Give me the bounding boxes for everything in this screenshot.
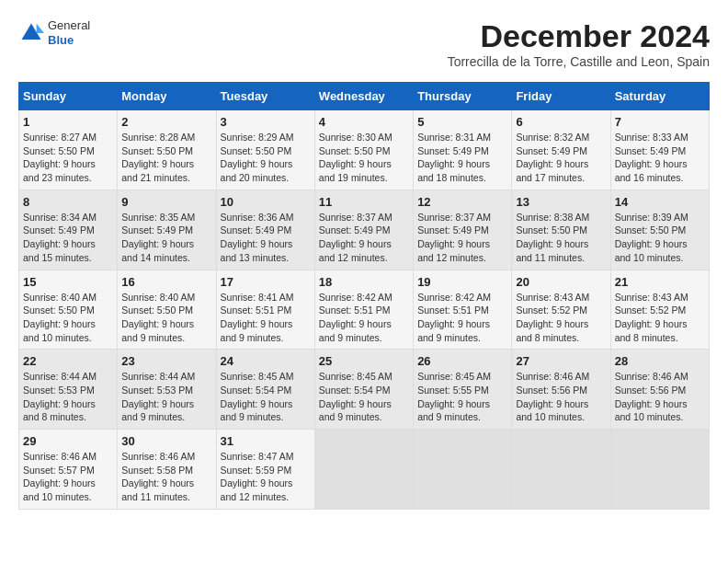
table-row: 8Sunrise: 8:34 AMSunset: 5:49 PMDaylight…: [19, 190, 118, 270]
day-info: Sunrise: 8:37 AMSunset: 5:49 PMDaylight:…: [319, 211, 409, 265]
col-tuesday: Tuesday: [216, 83, 314, 110]
day-number: 10: [221, 195, 311, 209]
table-row: [414, 430, 512, 510]
calendar-table: Sunday Monday Tuesday Wednesday Thursday…: [18, 82, 710, 510]
day-info: Sunrise: 8:46 AMSunset: 5:56 PMDaylight:…: [516, 370, 606, 424]
day-number: 28: [615, 354, 705, 368]
table-row: 25Sunrise: 8:45 AMSunset: 5:54 PMDayligh…: [314, 350, 413, 430]
day-number: 6: [516, 115, 606, 129]
table-row: 12Sunrise: 8:37 AMSunset: 5:49 PMDayligh…: [414, 190, 512, 270]
day-number: 2: [121, 115, 211, 129]
day-number: 22: [23, 354, 113, 368]
day-info: Sunrise: 8:28 AMSunset: 5:50 PMDaylight:…: [121, 131, 211, 185]
day-info: Sunrise: 8:34 AMSunset: 5:49 PMDaylight:…: [23, 211, 113, 265]
day-info: Sunrise: 8:46 AMSunset: 5:56 PMDaylight:…: [615, 370, 705, 424]
day-info: Sunrise: 8:43 AMSunset: 5:52 PMDaylight:…: [516, 291, 606, 345]
day-number: 4: [319, 115, 409, 129]
day-info: Sunrise: 8:37 AMSunset: 5:49 PMDaylight:…: [417, 211, 507, 265]
table-row: 13Sunrise: 8:38 AMSunset: 5:50 PMDayligh…: [512, 190, 610, 270]
day-number: 15: [23, 275, 113, 289]
day-number: 20: [516, 275, 606, 289]
day-number: 9: [121, 195, 211, 209]
day-number: 11: [319, 195, 409, 209]
day-info: Sunrise: 8:32 AMSunset: 5:49 PMDaylight:…: [516, 131, 606, 185]
day-number: 26: [417, 354, 507, 368]
table-row: 11Sunrise: 8:37 AMSunset: 5:49 PMDayligh…: [314, 190, 413, 270]
table-row: 3Sunrise: 8:29 AMSunset: 5:50 PMDaylight…: [216, 110, 314, 190]
day-number: 29: [23, 434, 113, 448]
day-info: Sunrise: 8:42 AMSunset: 5:51 PMDaylight:…: [417, 291, 507, 345]
table-row: 27Sunrise: 8:46 AMSunset: 5:56 PMDayligh…: [512, 350, 610, 430]
table-row: 24Sunrise: 8:45 AMSunset: 5:54 PMDayligh…: [216, 350, 314, 430]
col-saturday: Saturday: [610, 83, 709, 110]
table-row: 17Sunrise: 8:41 AMSunset: 5:51 PMDayligh…: [216, 270, 314, 350]
table-row: 20Sunrise: 8:43 AMSunset: 5:52 PMDayligh…: [512, 270, 610, 350]
day-number: 14: [615, 195, 705, 209]
table-row: 2Sunrise: 8:28 AMSunset: 5:50 PMDaylight…: [118, 110, 216, 190]
table-row: [512, 430, 610, 510]
day-number: 18: [319, 275, 409, 289]
table-row: 21Sunrise: 8:43 AMSunset: 5:52 PMDayligh…: [610, 270, 709, 350]
day-number: 19: [417, 275, 507, 289]
table-row: 7Sunrise: 8:33 AMSunset: 5:49 PMDaylight…: [610, 110, 709, 190]
table-row: [314, 430, 413, 510]
logo: General Blue: [18, 18, 90, 47]
day-number: 13: [516, 195, 606, 209]
day-number: 27: [516, 354, 606, 368]
page-header: General Blue December 2024 Torrecilla de…: [18, 18, 710, 78]
day-number: 17: [221, 275, 311, 289]
col-monday: Monday: [118, 83, 216, 110]
table-row: 6Sunrise: 8:32 AMSunset: 5:49 PMDaylight…: [512, 110, 610, 190]
day-number: 21: [615, 275, 705, 289]
table-row: [610, 430, 709, 510]
day-info: Sunrise: 8:46 AMSunset: 5:58 PMDaylight:…: [121, 450, 211, 504]
day-number: 8: [23, 195, 113, 209]
table-row: 5Sunrise: 8:31 AMSunset: 5:49 PMDaylight…: [414, 110, 512, 190]
col-wednesday: Wednesday: [314, 83, 413, 110]
day-info: Sunrise: 8:41 AMSunset: 5:51 PMDaylight:…: [221, 291, 311, 345]
day-number: 7: [615, 115, 705, 129]
day-info: Sunrise: 8:35 AMSunset: 5:49 PMDaylight:…: [121, 211, 211, 265]
day-info: Sunrise: 8:42 AMSunset: 5:51 PMDaylight:…: [319, 291, 409, 345]
logo-text: General Blue: [48, 18, 90, 47]
day-number: 31: [221, 434, 311, 448]
table-row: 29Sunrise: 8:46 AMSunset: 5:57 PMDayligh…: [19, 430, 118, 510]
col-friday: Friday: [512, 83, 610, 110]
day-info: Sunrise: 8:31 AMSunset: 5:49 PMDaylight:…: [417, 131, 507, 185]
day-number: 30: [121, 434, 211, 448]
day-number: 23: [121, 354, 211, 368]
table-row: 26Sunrise: 8:45 AMSunset: 5:55 PMDayligh…: [414, 350, 512, 430]
table-row: 16Sunrise: 8:40 AMSunset: 5:50 PMDayligh…: [118, 270, 216, 350]
day-info: Sunrise: 8:43 AMSunset: 5:52 PMDaylight:…: [615, 291, 705, 345]
day-number: 5: [417, 115, 507, 129]
table-row: 18Sunrise: 8:42 AMSunset: 5:51 PMDayligh…: [314, 270, 413, 350]
day-info: Sunrise: 8:29 AMSunset: 5:50 PMDaylight:…: [221, 131, 311, 185]
day-info: Sunrise: 8:36 AMSunset: 5:49 PMDaylight:…: [221, 211, 311, 265]
day-info: Sunrise: 8:33 AMSunset: 5:49 PMDaylight:…: [615, 131, 705, 185]
table-row: 23Sunrise: 8:44 AMSunset: 5:53 PMDayligh…: [118, 350, 216, 430]
day-info: Sunrise: 8:27 AMSunset: 5:50 PMDaylight:…: [23, 131, 113, 185]
day-info: Sunrise: 8:44 AMSunset: 5:53 PMDaylight:…: [23, 370, 113, 424]
day-info: Sunrise: 8:46 AMSunset: 5:57 PMDaylight:…: [23, 450, 113, 504]
day-number: 3: [221, 115, 311, 129]
col-sunday: Sunday: [19, 83, 118, 110]
day-number: 25: [319, 354, 409, 368]
table-row: 19Sunrise: 8:42 AMSunset: 5:51 PMDayligh…: [414, 270, 512, 350]
day-info: Sunrise: 8:45 AMSunset: 5:54 PMDaylight:…: [221, 370, 311, 424]
day-info: Sunrise: 8:40 AMSunset: 5:50 PMDaylight:…: [121, 291, 211, 345]
table-row: 31Sunrise: 8:47 AMSunset: 5:59 PMDayligh…: [216, 430, 314, 510]
day-info: Sunrise: 8:44 AMSunset: 5:53 PMDaylight:…: [121, 370, 211, 424]
table-row: 9Sunrise: 8:35 AMSunset: 5:49 PMDaylight…: [118, 190, 216, 270]
day-info: Sunrise: 8:45 AMSunset: 5:55 PMDaylight:…: [417, 370, 507, 424]
day-info: Sunrise: 8:40 AMSunset: 5:50 PMDaylight:…: [23, 291, 113, 345]
month-title: December 2024 Torrecilla de la Torre, Ca…: [448, 18, 710, 78]
day-number: 12: [417, 195, 507, 209]
calendar-header-row: Sunday Monday Tuesday Wednesday Thursday…: [19, 83, 710, 110]
table-row: 28Sunrise: 8:46 AMSunset: 5:56 PMDayligh…: [610, 350, 709, 430]
table-row: 14Sunrise: 8:39 AMSunset: 5:50 PMDayligh…: [610, 190, 709, 270]
table-row: 10Sunrise: 8:36 AMSunset: 5:49 PMDayligh…: [216, 190, 314, 270]
day-info: Sunrise: 8:47 AMSunset: 5:59 PMDaylight:…: [221, 450, 311, 504]
day-number: 24: [221, 354, 311, 368]
table-row: 30Sunrise: 8:46 AMSunset: 5:58 PMDayligh…: [118, 430, 216, 510]
day-info: Sunrise: 8:30 AMSunset: 5:50 PMDaylight:…: [319, 131, 409, 185]
